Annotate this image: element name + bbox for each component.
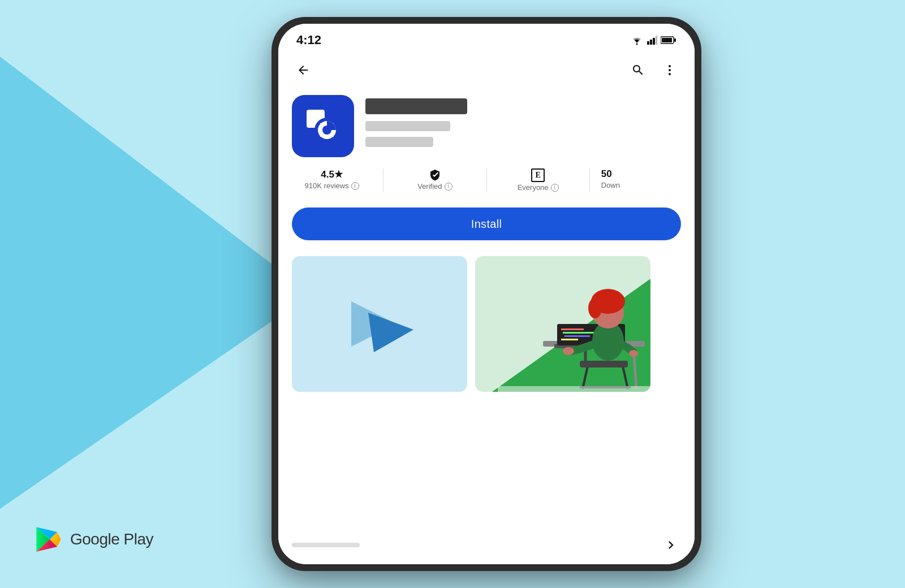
svg-rect-32 [561, 339, 578, 340]
back-icon [296, 63, 310, 77]
rating-label: 910K reviews i [305, 181, 359, 190]
rating-stat: 4.5★ 910K reviews i [292, 168, 383, 192]
signal-icon [647, 36, 657, 45]
screenshots-section [278, 252, 695, 528]
svg-rect-39 [498, 386, 650, 392]
status-time: 4:12 [296, 33, 321, 47]
svg-point-36 [588, 298, 602, 318]
svg-rect-31 [564, 335, 590, 337]
app-meta [365, 95, 681, 147]
search-button[interactable] [627, 59, 649, 81]
screenshot-1[interactable] [292, 256, 467, 392]
screenshots-row [292, 256, 681, 392]
svg-point-1 [636, 44, 638, 45]
svg-point-38 [629, 350, 638, 357]
svg-rect-7 [662, 38, 672, 42]
app-info-section [278, 86, 695, 168]
install-button[interactable]: Install [292, 207, 681, 240]
verified-info-icon[interactable]: i [445, 183, 453, 191]
google-play-text: Google Play [70, 530, 153, 548]
scroll-indicator [292, 543, 360, 547]
svg-rect-24 [580, 361, 628, 368]
svg-rect-2 [647, 41, 649, 45]
verified-label: Verified i [417, 182, 452, 191]
svg-point-11 [669, 73, 671, 75]
app-sub1-placeholder [365, 121, 450, 131]
esrb-icon: E [531, 168, 545, 182]
install-section: Install [278, 203, 695, 252]
arrow-right-icon [663, 537, 679, 553]
rating-everyone-value: E [531, 168, 545, 182]
app-name-placeholder [365, 98, 467, 114]
phone-frame: 4:12 [272, 17, 701, 571]
rating-everyone-stat: E Everyone i [487, 168, 590, 192]
rating-info-icon[interactable]: i [351, 182, 359, 190]
back-button[interactable] [292, 59, 314, 81]
everyone-info-icon[interactable]: i [551, 184, 559, 192]
status-bar: 4:12 [278, 24, 695, 52]
verified-stat: Verified i [383, 168, 486, 192]
svg-marker-19 [368, 313, 413, 352]
phone-device: 4:12 [272, 17, 701, 571]
downloads-label: Down [601, 181, 620, 189]
bottom-bar [278, 528, 695, 564]
screenshot-2[interactable] [475, 256, 650, 392]
shield-icon [429, 168, 441, 181]
google-play-logo: Google Play [34, 525, 153, 554]
svg-point-17 [322, 126, 331, 135]
more-options-button[interactable] [658, 59, 681, 81]
play-store-icon [34, 525, 63, 554]
app-icon-graphic [302, 105, 344, 148]
svg-point-37 [563, 347, 574, 355]
app-sub2-placeholder [365, 137, 433, 147]
svg-point-10 [669, 69, 671, 71]
search-icon [631, 63, 645, 77]
svg-rect-29 [561, 328, 584, 330]
verified-value [429, 168, 441, 181]
rating-value: 4.5★ [321, 168, 343, 180]
scroll-right-button[interactable] [661, 535, 681, 555]
app-icon [292, 95, 354, 157]
stats-row: 4.5★ 910K reviews i Verified [278, 168, 695, 203]
svg-marker-0 [0, 57, 311, 509]
screenshot-1-graphic [340, 284, 419, 364]
downloads-stat: 50 Down [590, 168, 681, 192]
app-bar-actions [627, 59, 681, 81]
svg-point-9 [669, 65, 671, 67]
svg-rect-30 [563, 332, 597, 334]
svg-rect-4 [653, 38, 655, 45]
status-icons [630, 35, 676, 45]
app-bar [278, 52, 695, 86]
svg-rect-8 [674, 38, 676, 42]
wifi-icon [630, 35, 644, 45]
rating-everyone-label: Everyone i [518, 183, 559, 192]
more-vert-icon [663, 63, 676, 77]
downloads-value: 50 [601, 168, 612, 180]
person-illustration [498, 262, 650, 392]
battery-icon [661, 36, 676, 44]
phone-screen: 4:12 [278, 24, 695, 564]
svg-rect-5 [656, 36, 657, 45]
svg-rect-3 [650, 40, 652, 45]
